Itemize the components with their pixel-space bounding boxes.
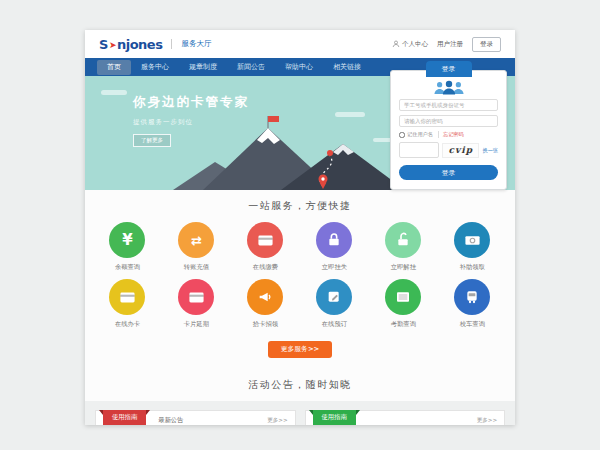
screenshot-stage: S➤njones 服务大厅 个人中心 用户注册 登录 首页 服务中心 规章制度 … (0, 0, 600, 450)
remember-checkbox[interactable] (399, 132, 405, 138)
service-label: 拾卡招领 (231, 320, 300, 329)
logo-text-right: njones (117, 37, 162, 52)
captcha-row: cvip 换一张 (399, 142, 498, 158)
service-label: 在线预订 (300, 320, 369, 329)
remember-label: 记住用户名 (407, 131, 433, 138)
person-icon (392, 40, 400, 48)
hero-cta-button[interactable]: 了解更多 (133, 134, 171, 147)
users-group-icon (432, 80, 466, 95)
more-link[interactable]: 更多>> (267, 417, 287, 424)
panel-head: 使用指南 更多>> (306, 411, 505, 426)
mountains-illustration (173, 110, 413, 190)
username-input[interactable] (399, 99, 498, 111)
more-services-button[interactable]: 更多服务>> (268, 341, 333, 358)
more-link[interactable]: 更多>> (477, 417, 497, 424)
yen-glyph: ¥ (122, 233, 132, 248)
forgot-password-link[interactable]: 忘记密码 (438, 131, 464, 138)
service-label: 卡片延期 (162, 320, 231, 329)
captcha-image[interactable]: cvip (442, 143, 479, 158)
service-label: 立即解挂 (369, 263, 438, 272)
service-label: 立即挂失 (300, 263, 369, 272)
service-label: 考勤查询 (369, 320, 438, 329)
service-label: 在线缴费 (231, 263, 300, 272)
service-item-school-bus[interactable]: 校车查询 (438, 279, 507, 329)
service-item-attendance[interactable]: 考勤查询 (369, 279, 438, 329)
service-item-report-loss[interactable]: 立即挂失 (300, 222, 369, 272)
service-label: 校车查询 (438, 320, 507, 329)
password-input[interactable] (399, 115, 498, 127)
service-label: 余额查询 (93, 263, 162, 272)
service-item-transfer[interactable]: ⇄ 转账充值 (162, 222, 231, 272)
nav-item-help[interactable]: 帮助中心 (275, 60, 323, 75)
list-icon (385, 279, 421, 315)
browser-page: S➤njones 服务大厅 个人中心 用户注册 登录 首页 服务中心 规章制度 … (85, 30, 515, 425)
transfer-arrows-icon: ⇄ (178, 222, 214, 258)
announcements-title: 活动公告，随时知晓 (248, 379, 352, 390)
credit-card-icon (247, 222, 283, 258)
service-item-online-booking[interactable]: 在线预订 (300, 279, 369, 329)
banknote-icon (454, 222, 490, 258)
tab-usage-guide-red[interactable]: 使用指南 (103, 410, 146, 426)
site-header: S➤njones 服务大厅 个人中心 用户注册 登录 (85, 30, 515, 58)
hero-title: 你身边的卡管专家 (133, 94, 249, 111)
service-item-found-card[interactable]: 拾卡招领 (231, 279, 300, 329)
register-link[interactable]: 用户注册 (437, 40, 463, 49)
announcements-header: 活动公告，随时知晓 (85, 367, 515, 401)
header-login-button[interactable]: 登录 (472, 37, 501, 52)
captcha-refresh-link[interactable]: 换一张 (482, 147, 498, 154)
nav-item-links[interactable]: 相关链接 (323, 60, 371, 75)
cloud-shape (101, 90, 127, 95)
edit-pencil-icon (316, 279, 352, 315)
services-section: 一站服务，方便快捷 ¥ 余额查询 ⇄ 转账充值 在线缴费 (85, 190, 515, 367)
header-links: 个人中心 用户注册 登录 (392, 37, 501, 52)
card-icon (178, 279, 214, 315)
service-item-card-extension[interactable]: 卡片延期 (162, 279, 231, 329)
captcha-input[interactable] (399, 142, 439, 158)
arrows-glyph: ⇄ (191, 234, 202, 247)
portal-name: 服务大厅 (171, 39, 211, 49)
megaphone-icon (247, 279, 283, 315)
unlock-icon (385, 222, 421, 258)
synjones-logo[interactable]: S➤njones (99, 37, 162, 52)
nav-item-rules[interactable]: 规章制度 (179, 60, 227, 75)
service-item-apply-card[interactable]: 在线办卡 (93, 279, 162, 329)
personal-center-link[interactable]: 个人中心 (392, 40, 428, 49)
yen-icon: ¥ (109, 222, 145, 258)
service-label: 在线办卡 (93, 320, 162, 329)
service-label: 转账充值 (162, 263, 231, 272)
guide-panel-right: 使用指南 更多>> (305, 410, 506, 426)
tab-latest-announcements[interactable]: 最新公告 (158, 416, 183, 425)
service-item-unlock[interactable]: 立即解挂 (369, 222, 438, 272)
nav-item-news[interactable]: 新闻公告 (227, 60, 275, 75)
service-item-payment[interactable]: 在线缴费 (231, 222, 300, 272)
personal-center-label: 个人中心 (402, 40, 428, 49)
lock-icon (316, 222, 352, 258)
service-item-subsidy[interactable]: 补助领取 (438, 222, 507, 272)
nav-item-home[interactable]: 首页 (97, 60, 131, 75)
login-tab[interactable]: 登录 (426, 61, 472, 77)
services-title: 一站服务，方便快捷 (85, 199, 515, 213)
logo-text-left: S (99, 37, 108, 52)
tab-usage-guide-green[interactable]: 使用指南 (313, 410, 356, 426)
remember-row: 记住用户名 忘记密码 (399, 131, 498, 138)
login-submit-button[interactable]: 登录 (399, 165, 498, 180)
bus-icon (454, 279, 490, 315)
login-panel: 登录 记住用户名 忘记密码 cvip 换一张 (390, 70, 507, 190)
announcements-band: 使用指南 最新公告 更多>> 使用指南 更多>> (85, 401, 515, 426)
logo-arrow-icon: ➤ (109, 40, 116, 50)
service-item-balance[interactable]: ¥ 余额查询 (93, 222, 162, 272)
register-label: 用户注册 (437, 40, 463, 49)
service-label: 补助领取 (438, 263, 507, 272)
guide-panel-left: 使用指南 最新公告 更多>> (95, 410, 296, 426)
services-grid: ¥ 余额查询 ⇄ 转账充值 在线缴费 立即挂失 (85, 222, 515, 336)
panel-head: 使用指南 最新公告 更多>> (96, 411, 295, 426)
card-icon (109, 279, 145, 315)
nav-item-service-center[interactable]: 服务中心 (131, 60, 179, 75)
